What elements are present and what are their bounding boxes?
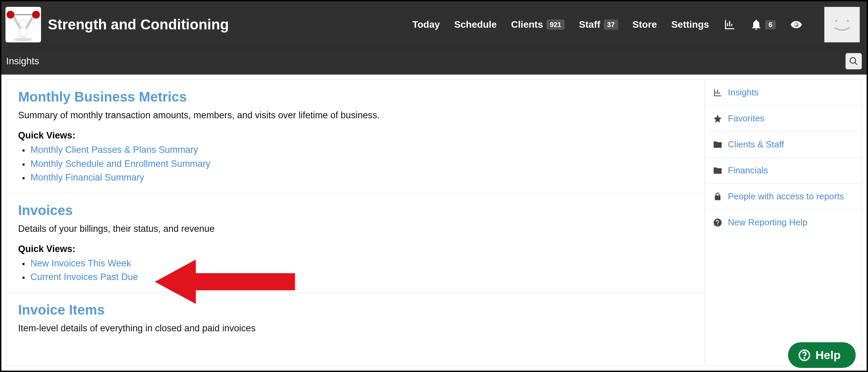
section-desc: Summary of monthly transaction amounts, … [18, 110, 693, 121]
sidebar-item-label[interactable]: New Reporting Help [728, 217, 808, 228]
quick-view-link[interactable]: New Invoices This Week [30, 258, 131, 268]
help-label: Help [815, 348, 841, 362]
nav-store[interactable]: Store [633, 19, 657, 30]
section-invoices: Invoices Details of your billings, their… [6, 193, 704, 293]
quick-view-link[interactable]: Monthly Client Passes & Plans Summary [30, 145, 198, 155]
sidebar-item-label[interactable]: Clients & Staff [728, 139, 784, 150]
page-breadcrumb: Insights [6, 56, 39, 67]
nav-staff[interactable]: Staff 37 [579, 19, 618, 30]
list-item: Current Invoices Past Due [24, 270, 693, 284]
list-item: Monthly Client Passes & Plans Summary [24, 143, 693, 157]
lock-icon [713, 192, 722, 201]
question-icon [713, 218, 722, 227]
user-avatar[interactable] [824, 7, 860, 42]
svg-point-7 [32, 11, 40, 18]
sidebar-item-reporting-help[interactable]: New Reporting Help [705, 210, 862, 235]
quick-view-link-past-due[interactable]: Current Invoices Past Due [30, 272, 138, 282]
list-item: Monthly Schedule and Enrollment Summary [24, 157, 693, 171]
sidebar-item-insights[interactable]: Insights [705, 80, 862, 106]
nav-clients-label: Clients [511, 19, 543, 30]
quick-view-link[interactable]: Monthly Schedule and Enrollment Summary [30, 159, 211, 169]
chart-icon [713, 88, 722, 97]
help-icon [798, 349, 811, 361]
top-bar: Strength and Conditioning Today Schedule… [1, 1, 867, 48]
folder-icon [713, 140, 722, 149]
sidebar-item-label[interactable]: Insights [728, 87, 759, 98]
visibility-icon[interactable] [790, 18, 802, 31]
svg-point-8 [835, 20, 837, 22]
svg-line-4 [13, 16, 20, 27]
nav-schedule[interactable]: Schedule [454, 19, 497, 30]
sidebar-item-label[interactable]: Favorites [728, 113, 764, 124]
sidebar-item-clients-staff[interactable]: Clients & Staff [705, 132, 862, 158]
svg-point-9 [847, 20, 849, 22]
app-title: Strength and Conditioning [48, 16, 229, 33]
nav-settings[interactable]: Settings [671, 19, 709, 30]
svg-point-6 [6, 11, 14, 18]
main-panel: Monthly Business Metrics Summary of mont… [6, 79, 705, 366]
list-item: Monthly Financial Summary [24, 171, 693, 185]
nav-staff-label: Staff [579, 19, 600, 30]
clients-count-badge: 921 [546, 19, 565, 30]
quick-views-label: Quick Views: [18, 130, 693, 141]
notif-count-badge: 6 [765, 20, 776, 29]
svg-point-0 [14, 38, 32, 41]
folder-icon [713, 166, 722, 175]
svg-rect-2 [20, 27, 27, 37]
svg-line-5 [27, 16, 33, 27]
section-monthly-metrics: Monthly Business Metrics Summary of mont… [6, 80, 704, 193]
list-item: New Invoices This Week [24, 256, 693, 270]
app-logo[interactable] [5, 7, 41, 42]
insights-icon[interactable] [723, 18, 736, 31]
section-invoice-items: Invoice Items Item-level details of ever… [6, 293, 704, 342]
svg-point-12 [804, 358, 805, 358]
sidebar-item-favorites[interactable]: Favorites [705, 106, 862, 132]
sidebar-item-label[interactable]: People with access to reports [728, 191, 844, 202]
content-area: Monthly Business Metrics Summary of mont… [1, 75, 867, 371]
nav-clients[interactable]: Clients 921 [511, 19, 565, 30]
star-icon [713, 114, 722, 123]
section-title[interactable]: Monthly Business Metrics [18, 89, 693, 105]
sidebar-item-label[interactable]: Financials [728, 165, 768, 176]
staff-count-badge: 37 [604, 19, 618, 30]
notifications-icon[interactable]: 6 [750, 18, 776, 31]
sidebar-item-financials[interactable]: Financials [705, 158, 862, 184]
sub-bar: Insights [1, 48, 867, 75]
section-desc: Item-level details of everything in clos… [18, 323, 693, 334]
quick-views-label: Quick Views: [18, 244, 693, 254]
help-button[interactable]: Help [788, 342, 856, 368]
section-desc: Details of your billings, their status, … [18, 224, 693, 234]
section-title[interactable]: Invoices [18, 203, 693, 218]
search-button[interactable] [845, 53, 862, 69]
section-title[interactable]: Invoice Items [18, 302, 693, 318]
nav-today[interactable]: Today [412, 19, 440, 30]
quick-view-link[interactable]: Monthly Financial Summary [30, 172, 144, 183]
sidebar: Insights Favorites Clients & Staff Finan… [705, 79, 862, 366]
sidebar-item-access[interactable]: People with access to reports [705, 184, 862, 210]
main-nav: Today Schedule Clients 921 Staff 37 Stor… [412, 7, 863, 42]
